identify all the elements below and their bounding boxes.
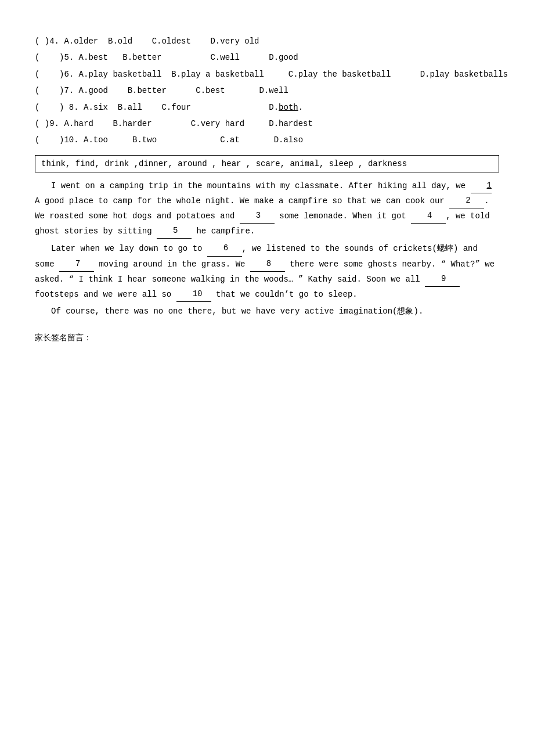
q7-text: ( )7. A.good B.better C.best D.well <box>35 84 288 97</box>
blank-1: 1 <box>471 178 492 193</box>
passage-paragraph-2: Later when we lay down to go to 6, we li… <box>35 241 499 302</box>
question-9: ( )9. A.hard B.harder C.very hard D.hard… <box>35 117 499 130</box>
passage-paragraph-3: Of course, there was no one there, but w… <box>35 304 499 319</box>
blank-7: 7 <box>59 257 94 272</box>
blank-9: 9 <box>425 272 460 287</box>
question-4: ( )4. A.older B.old C.oldest D.very old <box>35 35 499 48</box>
q5-text: ( )5. A.best B.better C.well D.good <box>35 51 298 64</box>
passage-section: I went on a camping trip in the mountain… <box>35 178 499 319</box>
word-bank: think, find, drink ,dinner, around , hea… <box>35 155 499 172</box>
passage-paragraph-1: I went on a camping trip in the mountain… <box>35 178 499 239</box>
question-10: ( )10. A.too B.two C.at D.also <box>35 134 499 146</box>
blank-5: 5 <box>157 224 192 239</box>
question-7: ( )7. A.good B.better C.best D.well <box>35 84 499 97</box>
blank-8: 8 <box>250 257 285 272</box>
q6-text: ( )6. A.play basketball B.play a basketb… <box>35 68 508 81</box>
blank-4: 4 <box>411 208 446 224</box>
word-bank-content: think, find, drink ,dinner, around , hea… <box>41 159 407 168</box>
question-8: ( ) 8. A.six B.all C.four D.both. <box>35 101 499 114</box>
blank-6: 6 <box>207 241 242 256</box>
blank-3: 3 <box>240 208 275 224</box>
parent-sign-label: 家长签名留言： <box>35 333 92 343</box>
blank-10: 10 <box>176 287 211 302</box>
question-6: ( )6. A.play basketball B.play a basketb… <box>35 68 499 81</box>
questions-section: ( )4. A.older B.old C.oldest D.very old … <box>35 35 499 147</box>
q10-text: ( )10. A.too B.two C.at D.also <box>35 134 303 146</box>
question-5: ( )5. A.best B.better C.well D.good <box>35 51 499 64</box>
q4-text: ( )4. A.older B.old C.oldest D.very old <box>35 35 259 48</box>
q9-text: ( )9. A.hard B.harder C.very hard D.hard… <box>35 117 313 130</box>
blank-2: 2 <box>449 193 484 208</box>
parent-sign-section: 家长签名留言： <box>35 333 499 343</box>
q8-text: ( ) 8. A.six B.all C.four D.both. <box>35 101 303 114</box>
